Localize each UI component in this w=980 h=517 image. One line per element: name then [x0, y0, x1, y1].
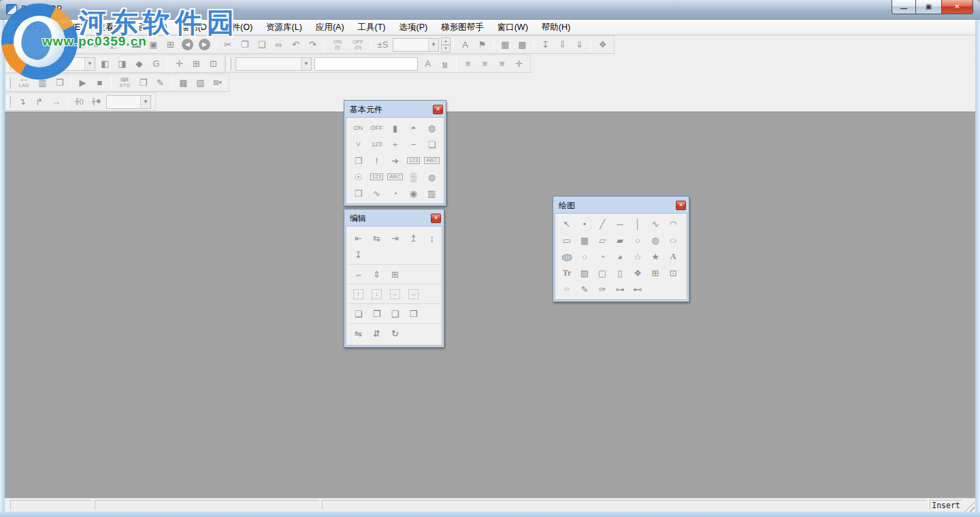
- grid-cross-button[interactable]: ⊞: [188, 56, 205, 71]
- minimize-button[interactable]: —: [892, 0, 916, 14]
- send-to-back-tool[interactable]: ❐: [368, 305, 386, 322]
- screen-normal-button[interactable]: ▬: [128, 37, 145, 52]
- curve-tool[interactable]: ◠: [664, 216, 682, 232]
- set-value-button[interactable]: ±S: [374, 37, 391, 52]
- ladder-element-combobox[interactable]: ▼: [106, 95, 151, 109]
- copy-button[interactable]: ❐: [236, 37, 253, 52]
- set-off-button[interactable]: OFF (0): [348, 37, 368, 52]
- stop-button[interactable]: ■: [91, 75, 108, 90]
- filled-ellipse-tool[interactable]: ◍: [558, 248, 576, 265]
- dot-frame-tool[interactable]: ⊡: [664, 265, 682, 281]
- undo-button[interactable]: ↶: [287, 37, 304, 52]
- menu-edit[interactable]: 编辑(E): [48, 20, 91, 35]
- filled-parallelogram-tool[interactable]: ▰: [611, 232, 629, 248]
- dashed-frame-tool[interactable]: ▭: [558, 281, 576, 297]
- push-lamp-tool[interactable]: ◓: [404, 120, 423, 136]
- lock-button[interactable]: ▩: [175, 75, 192, 90]
- menu-ladder-helper[interactable]: 梯形图帮手: [434, 20, 491, 35]
- frame-tool[interactable]: ▢: [593, 265, 611, 281]
- indicator-lamp-tool[interactable]: ☉: [349, 169, 368, 185]
- title-bar[interactable]: Beijer ADP: [0, 0, 980, 20]
- nudge-right-tool[interactable]: →: [404, 286, 423, 302]
- properties-button[interactable]: ▤: [71, 37, 88, 52]
- workspace-canvas[interactable]: [5, 112, 975, 499]
- parallelogram-tool[interactable]: ▱: [593, 232, 611, 248]
- open-file-button[interactable]: ❒: [31, 37, 48, 52]
- filled-star-tool[interactable]: ★: [647, 248, 664, 265]
- circle-tool[interactable]: ○: [629, 232, 647, 248]
- structure-view-button[interactable]: ❖: [594, 37, 611, 52]
- bring-forward-tool[interactable]: ❑: [386, 305, 404, 322]
- dropdown-arrow-icon[interactable]: ▼: [301, 58, 311, 70]
- recipe-tool[interactable]: ❒: [349, 152, 368, 169]
- align-top-tool[interactable]: ↥: [404, 230, 423, 246]
- delete-screen-button[interactable]: ■: [88, 37, 105, 52]
- status-button[interactable]: ⌨ STS: [114, 75, 135, 90]
- filled-rectangle-tool[interactable]: ▦: [576, 232, 593, 248]
- line-end-style-button[interactable]: ◆: [131, 56, 148, 71]
- fill-style-button[interactable]: ◧: [97, 56, 114, 71]
- truetype-text-tool[interactable]: Tr: [558, 265, 576, 281]
- align-left-tool[interactable]: ⇤: [349, 230, 368, 246]
- dropdown-arrow-icon[interactable]: ▼: [428, 39, 438, 51]
- multi-copy-button[interactable]: ❐: [51, 75, 68, 90]
- menu-help[interactable]: 帮助(H): [535, 20, 577, 35]
- draw-palette[interactable]: 绘图 ✕ ↖•╱─│∿◠▭▦▱▰○◍○◍○◔◕☆★ATr▨▢▯❖⊞⊡▭✎✑⊶⊷: [553, 196, 689, 302]
- table-tool[interactable]: ⊞: [647, 265, 664, 281]
- ellipse-tool[interactable]: ○: [664, 232, 682, 248]
- menu-tools[interactable]: 工具(T): [351, 20, 393, 35]
- connector-in-tool[interactable]: ⊶: [611, 281, 629, 297]
- ladder-special-contact-button[interactable]: ╫✱: [88, 94, 105, 110]
- bar-indicator-tool[interactable]: ▒: [404, 169, 423, 185]
- text-frame-button[interactable]: A: [457, 37, 474, 52]
- grid-setup-button[interactable]: ▩: [514, 37, 531, 52]
- brush-frame-tool[interactable]: ✑: [593, 281, 611, 297]
- edit-online-button[interactable]: ✎: [152, 75, 169, 90]
- line-tool[interactable]: ╱: [593, 216, 611, 232]
- meter-gauge-tool[interactable]: ◔: [386, 185, 404, 201]
- screen-image-button[interactable]: ▥: [34, 75, 51, 90]
- flip-horizontal-tool[interactable]: ⇋: [349, 325, 368, 341]
- voltage-meter-tool[interactable]: V: [349, 136, 368, 152]
- align-right-button[interactable]: ≡: [493, 56, 510, 71]
- center-point-button[interactable]: ✛: [171, 56, 188, 71]
- multi-screen-tool[interactable]: ❒: [349, 185, 368, 201]
- text-center-button[interactable]: ✛: [510, 56, 527, 71]
- wire-down-button[interactable]: ↴: [14, 94, 31, 110]
- bitmap-tool[interactable]: ▨: [576, 265, 593, 281]
- text-display-tool[interactable]: ABC: [386, 169, 404, 185]
- filled-pie-tool[interactable]: ◕: [611, 248, 629, 265]
- bring-to-front-tool[interactable]: ❏: [349, 305, 368, 322]
- next-screen-button[interactable]: ▶: [196, 37, 213, 52]
- vertical-line-tool[interactable]: │: [629, 216, 647, 232]
- arc-tool[interactable]: ○: [576, 248, 593, 265]
- star-tool[interactable]: ☆: [629, 248, 647, 265]
- state-combobox[interactable]: ▼: [393, 38, 439, 52]
- align-center-button[interactable]: ≡: [476, 56, 493, 71]
- download-screen-button[interactable]: ⇩: [554, 37, 571, 52]
- decrement-button-tool[interactable]: −: [404, 136, 423, 152]
- dot-tool[interactable]: •: [576, 216, 593, 232]
- edit-palette-close-icon[interactable]: ✕: [431, 214, 441, 223]
- text-entry-input[interactable]: [314, 57, 418, 71]
- edit-palette[interactable]: 编辑 ✕ ⇤⇆⇥↥↨↧⇔⇕⊞↑↓←→❏❐❑❒⇋⇵↻: [344, 209, 444, 348]
- align-middle-vertical-tool[interactable]: ↨: [423, 230, 441, 246]
- alarm-setup-button[interactable]: ◭: [105, 37, 122, 52]
- pattern-lamp-tool[interactable]: ◍: [423, 169, 441, 185]
- numeric-entry-tool[interactable]: 123: [368, 136, 386, 152]
- same-size-tool[interactable]: ⊞: [386, 266, 404, 282]
- unlock-all-button[interactable]: ▧▾: [209, 75, 226, 90]
- char-spacing-button[interactable]: A: [419, 56, 436, 71]
- round-lamp-tool[interactable]: ◉: [404, 185, 423, 201]
- flag-marker-button[interactable]: ⚑: [474, 37, 491, 52]
- align-center-horizontal-tool[interactable]: ⇆: [368, 230, 386, 246]
- increment-button-tool[interactable]: +: [386, 136, 404, 152]
- previous-screen-button[interactable]: ◀: [179, 37, 196, 52]
- state-spinner[interactable]: ▲▼: [441, 37, 451, 52]
- close-button[interactable]: ✕: [942, 0, 973, 14]
- polyline-tool[interactable]: ∿: [647, 216, 664, 232]
- menu-library[interactable]: 资源库(L): [259, 20, 309, 35]
- filled-circle-tool[interactable]: ◍: [647, 232, 664, 248]
- group-style-button[interactable]: G: [148, 56, 165, 71]
- menu-object[interactable]: 元件(O): [216, 20, 259, 35]
